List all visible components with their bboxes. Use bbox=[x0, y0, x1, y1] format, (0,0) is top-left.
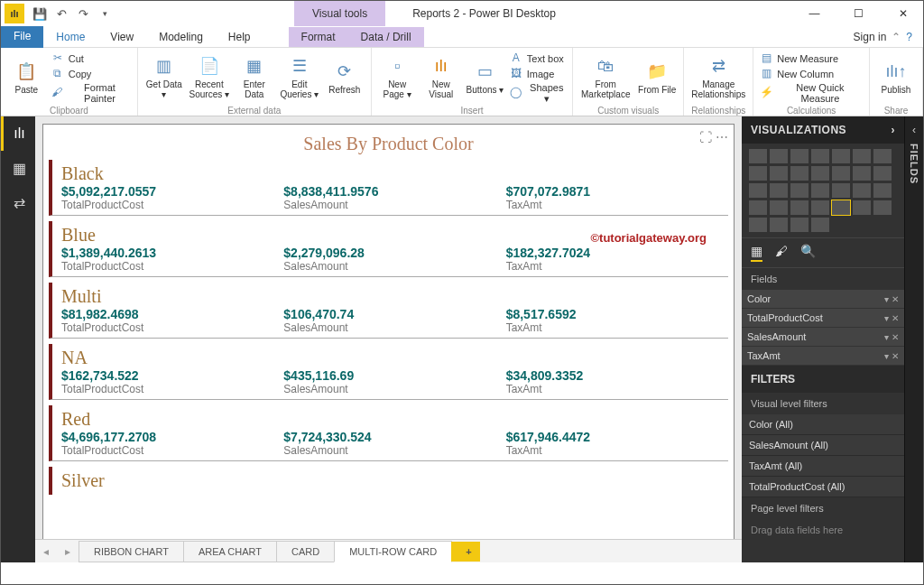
viz-type-icon[interactable] bbox=[811, 149, 829, 163]
filter-item[interactable]: TotalProductCost (All) bbox=[742, 477, 904, 497]
save-icon[interactable]: 💾 bbox=[30, 4, 50, 23]
viz-type-icon[interactable] bbox=[873, 166, 892, 181]
recent-sources-button[interactable]: 📄Recent Sources ▾ bbox=[189, 52, 230, 103]
viz-type-icon[interactable] bbox=[749, 218, 767, 232]
enter-data-button[interactable]: ▦Enter Data bbox=[234, 52, 275, 103]
viz-type-icon[interactable] bbox=[790, 166, 808, 181]
copy-button[interactable]: ⧉Copy bbox=[51, 67, 132, 81]
from-marketplace-button[interactable]: 🛍From Marketplace bbox=[578, 52, 633, 103]
new-measure-button[interactable]: ▤New Measure bbox=[759, 51, 864, 66]
new-visual-button[interactable]: ılıNew Visual bbox=[420, 52, 461, 103]
new-column-button[interactable]: ▥New Column bbox=[759, 67, 864, 81]
focus-mode-icon[interactable]: ⛶ bbox=[699, 130, 712, 144]
get-data-button[interactable]: ▥Get Data ▾ bbox=[143, 52, 185, 103]
field-well-item[interactable]: SalesAmount▾ ✕ bbox=[742, 328, 904, 347]
buttons-button[interactable]: ▭Buttons ▾ bbox=[465, 52, 505, 103]
viz-type-icon[interactable] bbox=[811, 200, 829, 215]
viz-type-icon[interactable] bbox=[873, 149, 892, 163]
rail-report-view[interactable]: ılı bbox=[1, 116, 35, 151]
tab-data-drill[interactable]: Data / Drill bbox=[348, 27, 424, 47]
tab-home[interactable]: Home bbox=[43, 27, 97, 47]
drag-hint[interactable]: Drag data fields here bbox=[742, 519, 904, 541]
tab-view[interactable]: View bbox=[97, 27, 146, 47]
cut-button[interactable]: ✂Cut bbox=[51, 51, 132, 66]
group-label-rel: Relationships bbox=[689, 106, 747, 116]
viz-type-icon[interactable] bbox=[811, 183, 829, 198]
redo-icon[interactable]: ↷ bbox=[73, 4, 93, 23]
format-tab-icon[interactable]: 🖌 bbox=[775, 244, 788, 262]
viz-type-icon[interactable] bbox=[749, 166, 767, 181]
tab-modeling[interactable]: Modeling bbox=[146, 27, 216, 47]
paste-button[interactable]: 📋Paste bbox=[6, 52, 47, 103]
field-well-item[interactable]: Color▾ ✕ bbox=[742, 290, 904, 309]
more-options-icon[interactable]: ⋯ bbox=[716, 130, 728, 144]
viz-type-icon[interactable] bbox=[832, 166, 850, 181]
filter-item[interactable]: SalesAmount (All) bbox=[742, 435, 904, 456]
page-tab-add[interactable]: + bbox=[451, 542, 480, 562]
multi-row-card-visual[interactable]: ⛶ ⋯ Sales By Product Color ©tutorialgate… bbox=[42, 124, 735, 541]
new-quick-measure-button[interactable]: ⚡New Quick Measure bbox=[759, 82, 864, 104]
viz-type-icon[interactable] bbox=[770, 218, 788, 232]
qat-dropdown-icon[interactable]: ▾ bbox=[95, 4, 115, 23]
new-page-button[interactable]: ▫New Page ▾ bbox=[377, 52, 418, 103]
format-painter-button[interactable]: 🖌Format Painter bbox=[51, 82, 132, 104]
viz-type-icon[interactable] bbox=[749, 149, 767, 163]
rail-data-view[interactable]: ▦ bbox=[1, 151, 35, 185]
viz-type-icon[interactable] bbox=[790, 218, 808, 232]
viz-type-icon[interactable] bbox=[770, 183, 788, 198]
viz-type-icon[interactable] bbox=[790, 149, 808, 163]
viz-type-icon[interactable] bbox=[832, 149, 850, 163]
viz-type-icon[interactable] bbox=[832, 200, 850, 215]
from-file-button[interactable]: 📁From File bbox=[636, 52, 678, 103]
shapes-button[interactable]: ◯Shapes ▾ bbox=[509, 82, 567, 104]
viz-type-icon[interactable] bbox=[853, 166, 871, 181]
viz-type-icon[interactable] bbox=[853, 200, 871, 215]
viz-type-icon[interactable] bbox=[832, 183, 850, 198]
image-button[interactable]: 🖼Image bbox=[509, 67, 567, 81]
report-canvas[interactable]: ⛶ ⋯ Sales By Product Color ©tutorialgate… bbox=[35, 116, 742, 562]
fields-pane-collapsed[interactable]: ‹ FIELDS bbox=[904, 116, 923, 562]
viz-type-icon[interactable] bbox=[749, 200, 767, 215]
viz-type-icon[interactable] bbox=[873, 183, 892, 198]
field-well-item[interactable]: TotalProductCost▾ ✕ bbox=[742, 309, 904, 328]
publish-button[interactable]: ılı↑Publish bbox=[875, 52, 917, 103]
viz-type-icon[interactable] bbox=[853, 149, 871, 163]
viz-type-icon[interactable] bbox=[811, 218, 829, 232]
undo-icon[interactable]: ↶ bbox=[51, 4, 71, 23]
analytics-tab-icon[interactable]: 🔍 bbox=[800, 244, 816, 262]
refresh-button[interactable]: ⟳Refresh bbox=[324, 52, 365, 103]
page-tab-multi-row-card[interactable]: MULTI-ROW CARD bbox=[334, 541, 452, 562]
visualizations-header[interactable]: VISUALIZATIONS› bbox=[742, 116, 904, 144]
viz-type-icon[interactable] bbox=[770, 200, 788, 215]
rail-model-view[interactable]: ⇄ bbox=[1, 185, 35, 219]
maximize-button[interactable]: ☐ bbox=[838, 1, 879, 26]
tab-help[interactable]: Help bbox=[216, 27, 263, 47]
viz-type-icon[interactable] bbox=[790, 200, 808, 215]
tab-nav-prev[interactable]: ◂ bbox=[35, 545, 57, 558]
tab-nav-next[interactable]: ▸ bbox=[57, 545, 79, 558]
viz-type-icon[interactable] bbox=[853, 183, 871, 198]
viz-type-icon[interactable] bbox=[749, 183, 767, 198]
viz-type-icon[interactable] bbox=[770, 149, 788, 163]
textbox-button[interactable]: AText box bbox=[509, 51, 567, 66]
edit-queries-button[interactable]: ☰Edit Queries ▾ bbox=[279, 52, 320, 103]
sign-in-link[interactable]: Sign in⌃? bbox=[843, 27, 923, 47]
manage-relationships-button[interactable]: ⇄Manage Relationships bbox=[689, 52, 747, 103]
fields-tab-icon[interactable]: ▦ bbox=[751, 244, 762, 262]
page-tab-ribbon-chart[interactable]: RIBBON CHART bbox=[79, 541, 184, 562]
viz-type-icon[interactable] bbox=[873, 200, 892, 215]
field-well-item[interactable]: TaxAmt▾ ✕ bbox=[742, 347, 904, 366]
close-button[interactable]: ✕ bbox=[882, 1, 923, 26]
filter-item[interactable]: TaxAmt (All) bbox=[742, 456, 904, 477]
page-tab-area-chart[interactable]: AREA CHART bbox=[183, 541, 277, 562]
viz-type-icon[interactable] bbox=[811, 166, 829, 181]
file-tab[interactable]: File bbox=[1, 26, 43, 48]
tab-format[interactable]: Format bbox=[289, 27, 348, 47]
chevron-left-icon: ‹ bbox=[912, 124, 916, 136]
filter-item[interactable]: Color (All) bbox=[742, 414, 904, 435]
page-tab-card[interactable]: CARD bbox=[276, 541, 335, 562]
viz-type-icon[interactable] bbox=[790, 183, 808, 198]
minimize-button[interactable]: — bbox=[794, 1, 835, 26]
page-filters-label: Page level filters bbox=[742, 497, 904, 519]
viz-type-icon[interactable] bbox=[770, 166, 788, 181]
